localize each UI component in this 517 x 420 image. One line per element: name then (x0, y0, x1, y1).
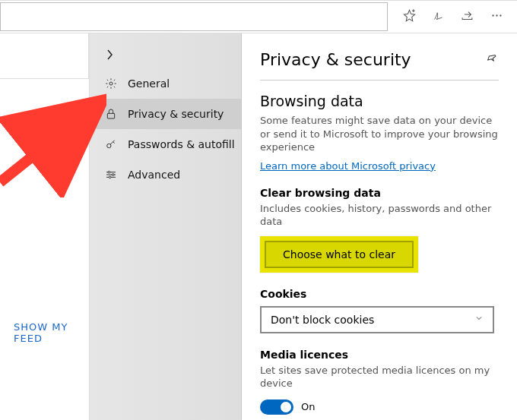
sidebar-item-general[interactable]: General (90, 68, 241, 99)
left-white-block (0, 33, 89, 79)
gear-icon (105, 77, 117, 90)
media-licences-description: Let sites save protected media licences … (260, 364, 499, 390)
key-icon (105, 138, 117, 150)
sidebar-item-passwords-autofill[interactable]: Passwords & autofill (90, 129, 241, 159)
svg-point-8 (108, 171, 110, 173)
topbar-actions (388, 9, 517, 25)
reading-list-icon[interactable] (433, 9, 444, 25)
address-bar[interactable] (0, 2, 388, 31)
svg-point-5 (109, 82, 113, 85)
svg-rect-6 (107, 113, 114, 118)
settings-content: Privacy & security Browsing data Some fe… (242, 33, 517, 420)
cookies-dropdown[interactable]: Don't block cookies (260, 306, 494, 333)
content-header: Privacy & security (260, 50, 499, 81)
highlight-annotation: Choose what to clear (260, 236, 418, 273)
clear-browsing-heading: Clear browsing data (260, 187, 499, 199)
sidebar-item-label: Privacy & security (128, 108, 224, 120)
page-left-strip: SHOW MY FEED (0, 33, 90, 420)
more-icon[interactable] (490, 9, 503, 25)
cookies-heading: Cookies (260, 288, 499, 300)
svg-point-7 (107, 144, 111, 147)
section-description: Some features might save data on your de… (260, 114, 499, 154)
sidebar-item-privacy-security[interactable]: Privacy & security (90, 99, 241, 129)
privacy-learn-more-link[interactable]: Learn more about Microsoft privacy (260, 160, 436, 172)
sidebar-item-label: General (128, 77, 170, 90)
browser-topbar (0, 0, 517, 33)
svg-point-10 (109, 176, 111, 178)
settings-sidebar: General Privacy & security Passwords & a… (90, 33, 242, 420)
svg-point-3 (496, 14, 497, 16)
section-heading: Browsing data (260, 93, 499, 109)
sidebar-item-advanced[interactable]: Advanced (90, 159, 241, 190)
media-licences-toggle[interactable] (260, 399, 293, 415)
choose-what-to-clear-button[interactable]: Choose what to clear (265, 241, 414, 268)
lock-icon (105, 108, 117, 120)
share-icon[interactable] (461, 10, 474, 24)
media-licences-toggle-row: On (260, 399, 499, 415)
media-licences-heading: Media licences (260, 349, 499, 361)
sidebar-item-label: Passwords & autofill (128, 138, 235, 150)
sliders-icon (105, 169, 117, 181)
show-my-feed-link[interactable]: SHOW MY FEED (14, 321, 89, 344)
chevron-down-icon (474, 314, 484, 325)
pin-icon[interactable] (487, 52, 499, 68)
browsing-data-section: Browsing data Some features might save d… (260, 93, 499, 172)
favorites-star-icon[interactable] (403, 9, 416, 25)
page-title: Privacy & security (260, 50, 411, 69)
back-button[interactable] (93, 41, 126, 68)
svg-point-4 (500, 14, 501, 16)
toggle-label: On (301, 401, 315, 412)
clear-browsing-description: Includes cookies, history, passwords and… (260, 202, 499, 229)
sidebar-item-label: Advanced (128, 169, 180, 181)
cookies-dropdown-value: Don't block cookies (271, 314, 374, 326)
svg-point-2 (492, 14, 493, 16)
svg-point-9 (112, 174, 114, 176)
